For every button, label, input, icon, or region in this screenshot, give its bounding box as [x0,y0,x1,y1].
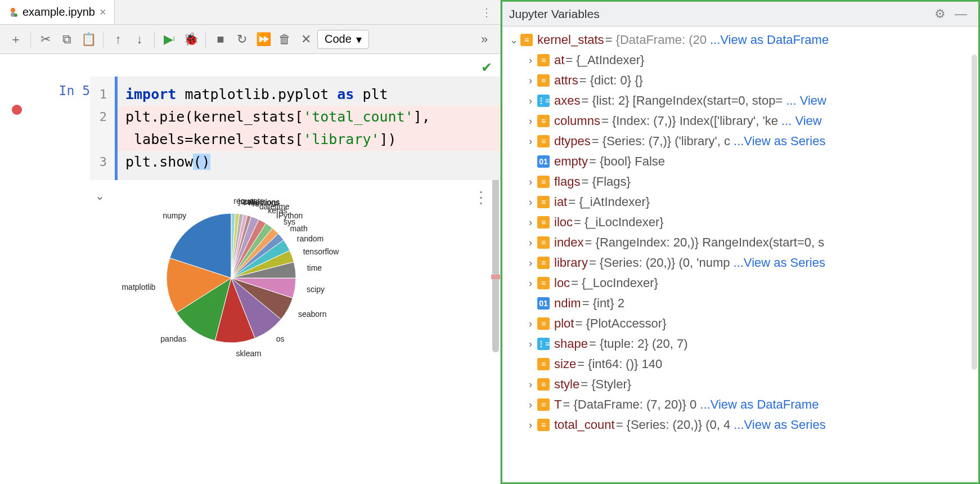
var-value: = {_iAtIndexer} [568,195,650,209]
restart-button[interactable]: ↻ [232,29,252,50]
var-row[interactable]: ›≡index = {RangeIndex: 20,)} RangeIndex(… [502,232,978,253]
chevron-right-icon[interactable]: › [524,318,537,330]
var-row[interactable]: ›≡plot = {PlotAccessor} [502,313,978,334]
clear-button[interactable]: ✕ [296,29,316,50]
var-row[interactable]: 01ndim = {int} 2 [502,293,978,313]
var-row[interactable]: ›⋮≡axes = {list: 2} [RangeIndex(start=0,… [502,91,978,111]
panel-scrollbar[interactable] [972,55,977,370]
chevron-right-icon[interactable]: › [524,419,537,431]
run-all-button[interactable]: ⏩ [253,29,273,50]
var-name: dtypes [554,134,591,149]
editor-area: ✔ In 5 1 2 3 import matplotlib.pyplot as… [0,54,500,484]
output-toggle[interactable]: ⌄ [0,185,113,366]
var-name: total_count [554,418,615,432]
type-icon: ≡ [537,378,550,391]
var-row[interactable]: ›≡iat = {_iAtIndexer} [502,192,978,212]
var-row[interactable]: ›≡columns = {Index: (7,)} Index(['librar… [502,111,978,131]
breakpoint-icon[interactable] [12,105,22,115]
chevron-right-icon[interactable]: › [524,75,537,87]
var-value: = {bool} False [589,154,665,169]
move-down-button[interactable]: ↓ [129,29,150,50]
svg-point-0 [11,8,15,12]
file-tab[interactable]: example.ipynb × [0,0,115,24]
var-row-root[interactable]: ⌄ ≡ kernel_stats = {DataFrame: (20 ...Vi… [502,30,978,50]
var-row[interactable]: ›≡at = {_AtIndexer} [502,50,978,70]
var-value: = {list: 2} [RangeIndex(start=0, stop= [581,93,783,108]
run-cell-button[interactable]: ▶I [159,29,179,50]
code-cell[interactable]: In 5 1 2 3 import matplotlib.pyplot as p… [0,77,500,180]
chevron-right-icon[interactable]: › [524,115,537,127]
chevron-right-icon[interactable]: › [524,237,537,249]
var-row[interactable]: ›≡flags = {Flags} [502,172,978,192]
var-name: at [554,53,564,68]
var-row[interactable]: ›≡total_count = {Series: (20,)} (0, 4...… [502,415,978,435]
chevron-down-icon[interactable]: ⌄ [507,34,520,46]
view-link[interactable]: ...View as Series [734,134,825,149]
chevron-down-icon: ⌄ [95,189,105,366]
variable-tree[interactable]: ⌄ ≡ kernel_stats = {DataFrame: (20 ...Vi… [502,26,978,482]
copy-button[interactable]: ⧉ [57,29,77,50]
var-row[interactable]: ›≡loc = {_LocIndexer} [502,273,978,293]
type-icon: ⋮≡ [537,95,550,107]
move-up-button[interactable]: ↑ [108,29,128,50]
chevron-right-icon[interactable]: › [524,176,537,188]
var-row[interactable]: ›≡style = {Styler} [502,374,978,395]
chevron-down-icon: ▾ [356,33,362,46]
minimize-icon[interactable]: — [950,7,972,21]
chevron-right-icon[interactable]: › [524,196,537,208]
view-link[interactable]: ... View [786,93,826,108]
var-row[interactable]: ›≡attrs = {dict: 0} {} [502,70,978,91]
var-name: size [554,357,576,371]
view-link[interactable]: ...View as Series [734,418,825,432]
status-ok-icon: ✔ [481,60,492,75]
stop-button[interactable]: ■ [210,29,231,50]
svg-text:pandas: pandas [160,334,186,343]
cell-type-select[interactable]: Code ▾ [317,30,369,49]
tab-overflow-icon[interactable]: ⋮ [473,6,500,19]
chevron-right-icon[interactable]: › [524,257,537,269]
svg-text:scipy: scipy [307,285,325,294]
output-menu-icon[interactable]: ⋮ [473,188,489,207]
var-row[interactable]: ›≡T = {DataFrame: (7, 20)} 0 ...View as … [502,395,978,415]
toolbar-overflow-icon[interactable]: » [474,29,495,50]
chevron-right-icon[interactable]: › [524,55,537,66]
var-row[interactable]: ›≡iloc = {_iLocIndexer} [502,212,978,232]
type-icon: 01 [537,155,550,168]
chevron-right-icon[interactable]: › [524,379,537,391]
var-name: index [554,235,584,250]
line-numbers: 1 2 3 [90,77,115,180]
paste-button[interactable]: 📋 [78,29,98,50]
chevron-right-icon[interactable]: › [524,136,537,147]
var-row[interactable]: ›⋮≡shape = {tuple: 2} (20, 7) [502,334,978,354]
cut-button[interactable]: ✂ [35,29,56,50]
var-name: T [554,397,561,412]
view-link[interactable]: ...View as DataFrame [710,33,829,47]
type-icon: ≡ [537,277,550,289]
var-name: kernel_stats [537,33,604,47]
var-value: = {int64: ()} 140 [577,357,662,371]
code-editor[interactable]: import matplotlib.pyplot as plt plt.pie(… [115,77,500,180]
add-cell-button[interactable]: ＋ [6,29,26,50]
chevron-right-icon[interactable]: › [524,338,537,350]
object-icon: ≡ [520,34,533,46]
cell-output: ⌄ ⋮ numpymatplotlibpandassklearnosseabor… [0,185,500,366]
var-row[interactable]: ›≡dtypes = {Series: (7,)} ('library', c.… [502,131,978,151]
var-name: style [554,377,579,392]
type-icon: ⋮≡ [537,338,550,350]
chevron-right-icon[interactable]: › [524,277,537,289]
view-link[interactable]: ...View as Series [734,256,825,270]
var-value: = {DataFrame: (7, 20)} 0 [563,397,696,412]
gear-icon[interactable]: ⚙ [930,7,950,21]
delete-output-button[interactable]: 🗑 [275,29,295,50]
close-tab-icon[interactable]: × [100,6,106,19]
var-row[interactable]: ›≡library = {Series: (20,)} (0, 'nump...… [502,253,978,273]
debug-cell-button[interactable]: 🐞 [181,29,201,50]
var-row[interactable]: ≡size = {int64: ()} 140 [502,354,978,374]
var-row[interactable]: 01empty = {bool} False [502,151,978,172]
chevron-right-icon[interactable]: › [524,95,537,107]
view-link[interactable]: ...View as DataFrame [700,397,819,412]
view-link[interactable]: ... View [781,114,822,128]
chevron-right-icon[interactable]: › [524,399,537,411]
chevron-right-icon[interactable]: › [524,217,537,228]
var-name: empty [554,154,588,169]
